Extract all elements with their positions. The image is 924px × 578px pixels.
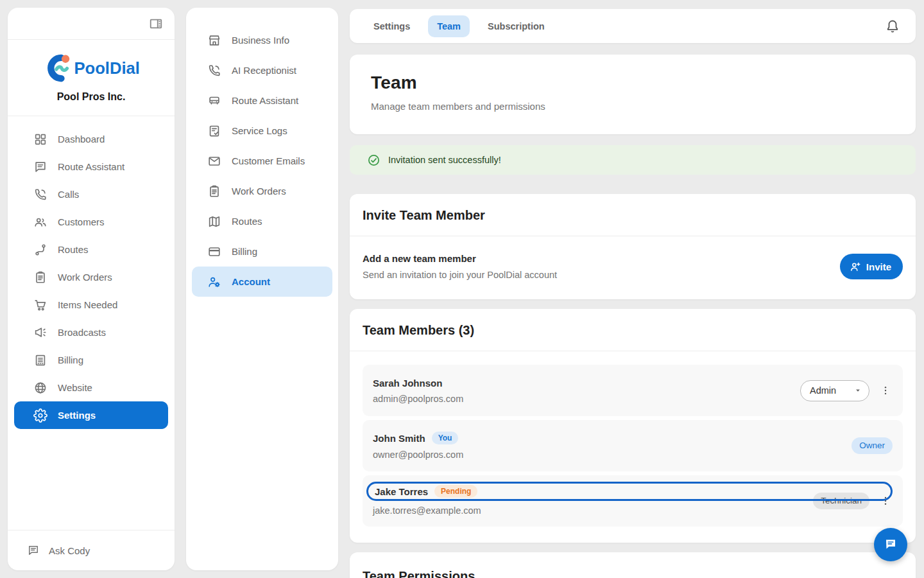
settings-sidebar: Business Info AI Receptionist Route Assi… <box>186 8 338 570</box>
sidebar-item-label: Calls <box>58 189 79 200</box>
team-members-title: Team Members (3) <box>350 309 916 351</box>
invite-button[interactable]: Invite <box>840 254 903 279</box>
ask-cody-label: Ask Cody <box>49 545 90 556</box>
sidebar-item-routes[interactable]: Routes <box>14 236 168 263</box>
brand-block: PoolDial Pool Pros Inc. <box>8 40 175 116</box>
team-members-list: Sarah Johnson admin@poolpros.com Admin J <box>350 351 916 543</box>
page-header: Team Manage team members and permissions <box>350 55 916 134</box>
member-controls: Admin <box>800 380 893 401</box>
role-chip-owner: Owner <box>851 437 893 454</box>
page-subtitle: Manage team members and permissions <box>371 101 894 112</box>
invite-button-label: Invite <box>866 261 891 272</box>
success-alert: Invitation sent successfully! <box>350 145 916 175</box>
member-email: admin@poolpros.com <box>373 394 792 404</box>
settings-nav-label: Business Info <box>232 35 289 46</box>
sidebar-item-label: Website <box>58 382 92 393</box>
notification-bell-icon[interactable] <box>882 16 903 37</box>
you-badge: You <box>432 432 459 444</box>
chat-icon <box>33 160 47 174</box>
person-add-icon <box>849 261 861 273</box>
settings-nav-work-orders[interactable]: Work Orders <box>192 176 332 206</box>
sidebar-item-label: Broadcasts <box>58 327 106 338</box>
tab-subscription[interactable]: Subscription <box>479 15 554 37</box>
settings-nav-label: Routes <box>232 216 262 227</box>
sidebar-item-label: Settings <box>58 410 96 421</box>
member-name: Jake Torres <box>375 486 428 497</box>
clipboard-icon <box>207 184 221 198</box>
member-row-sarah-johnson: Sarah Johnson admin@poolpros.com Admin <box>363 365 903 416</box>
sidebar-item-dashboard[interactable]: Dashboard <box>14 125 168 153</box>
settings-nav-customer-emails[interactable]: Customer Emails <box>192 146 332 176</box>
sidebar-item-broadcasts[interactable]: Broadcasts <box>14 319 168 346</box>
sidebar-item-settings[interactable]: Settings <box>14 401 168 429</box>
sidebar-item-website[interactable]: Website <box>14 374 168 401</box>
credit-card-icon <box>207 245 221 259</box>
clipboard-icon <box>33 270 47 285</box>
invite-card-title: Invite Team Member <box>350 194 916 236</box>
sidebar-item-label: Route Assistant <box>58 161 124 172</box>
route-icon <box>33 243 47 257</box>
sidebar-item-customers[interactable]: Customers <box>14 208 168 236</box>
tab-settings[interactable]: Settings <box>364 15 419 37</box>
sidebar-item-work-orders[interactable]: Work Orders <box>14 263 168 291</box>
settings-nav-label: Service Logs <box>232 125 287 136</box>
settings-tabs: Settings Team Subscription <box>364 15 554 37</box>
storefront-icon <box>207 33 221 48</box>
member-info: John Smith You owner@poolpros.com <box>373 432 844 460</box>
ask-cody-button[interactable]: Ask Cody <box>8 530 175 570</box>
role-select[interactable]: Admin <box>800 380 869 401</box>
sidebar-item-label: Billing <box>58 355 83 365</box>
sidebar-item-label: Routes <box>58 244 89 255</box>
sidebar-item-billing[interactable]: Billing <box>14 346 168 374</box>
invite-row-text: Add a new team member Send an invitation… <box>363 253 557 280</box>
team-members-card: Team Members (3) Sarah Johnson admin@poo… <box>350 309 916 543</box>
megaphone-icon <box>33 326 47 340</box>
dashboard-icon <box>33 132 47 146</box>
settings-nav-ai-receptionist[interactable]: AI Receptionist <box>192 55 332 85</box>
sidebar-footer: Ask Cody <box>8 530 175 570</box>
settings-nav-label: Billing <box>232 246 257 257</box>
checklist-icon <box>207 124 221 138</box>
mail-icon <box>207 154 221 168</box>
member-info: Sarah Johnson admin@poolpros.com <box>373 378 792 404</box>
sidebar-item-label: Work Orders <box>58 272 112 283</box>
settings-nav-service-logs[interactable]: Service Logs <box>192 116 332 146</box>
pooldial-logo: PoolDial <box>14 51 168 85</box>
sidebar-collapse-icon[interactable] <box>148 17 164 31</box>
tab-team[interactable]: Team <box>428 15 470 37</box>
sidebar-item-label: Items Needed <box>58 299 117 310</box>
chat-bubble-icon <box>883 537 898 552</box>
logo-dot-icon <box>62 55 69 63</box>
main-content: Settings Team Subscription Team Manage t… <box>350 9 916 578</box>
settings-nav-route-assistant[interactable]: Route Assistant <box>192 85 332 116</box>
settings-nav-routes[interactable]: Routes <box>192 206 332 236</box>
chevron-down-icon <box>853 386 862 395</box>
team-permissions-card: Team Permissions <box>350 552 916 578</box>
phone-icon <box>207 64 221 78</box>
invite-row: Add a new team member Send an invitation… <box>350 236 916 299</box>
page-title: Team <box>371 73 894 93</box>
invite-row-title: Add a new team member <box>363 253 557 264</box>
sidebar-item-route-assistant[interactable]: Route Assistant <box>14 153 168 180</box>
chat-fab-button[interactable] <box>874 528 907 561</box>
settings-nav-billing[interactable]: Billing <box>192 236 332 267</box>
company-name: Pool Pros Inc. <box>14 91 168 103</box>
invite-card: Invite Team Member Add a new team member… <box>350 194 916 299</box>
check-circle-icon <box>367 153 381 167</box>
top-bar: Settings Team Subscription <box>350 9 916 43</box>
settings-nav-label: AI Receptionist <box>232 65 296 76</box>
sidebar-item-items-needed[interactable]: Items Needed <box>14 291 168 319</box>
team-permissions-title: Team Permissions <box>350 552 916 578</box>
member-name: John Smith <box>373 433 425 444</box>
pending-badge: Pending <box>434 485 477 498</box>
member-row-jake-torres: Jake Torres Pending jake.torres@example.… <box>363 475 903 527</box>
sidebar-item-calls[interactable]: Calls <box>14 180 168 208</box>
settings-nav-account[interactable]: Account <box>192 267 332 297</box>
logo-wordmark: PoolDial <box>74 60 140 78</box>
member-row-john-smith: John Smith You owner@poolpros.com Owner <box>363 420 903 471</box>
member-menu-icon[interactable] <box>878 383 893 398</box>
settings-nav-business-info[interactable]: Business Info <box>192 25 332 55</box>
focused-member-name-row[interactable]: Jake Torres Pending <box>366 482 893 501</box>
settings-nav-label: Route Assistant <box>232 95 298 106</box>
receipt-icon <box>33 353 47 367</box>
